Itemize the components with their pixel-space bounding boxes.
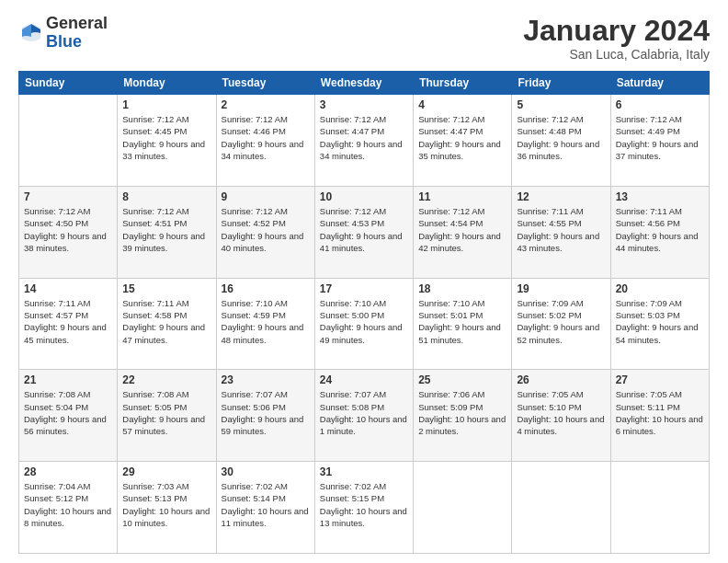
day-cell: 30Sunrise: 7:02 AM Sunset: 5:14 PM Dayli… [216, 462, 314, 554]
day-cell: 8Sunrise: 7:12 AM Sunset: 4:51 PM Daylig… [118, 186, 216, 278]
day-info: Sunrise: 7:03 AM Sunset: 5:13 PM Dayligh… [122, 480, 210, 529]
day-cell: 9Sunrise: 7:12 AM Sunset: 4:52 PM Daylig… [216, 186, 314, 278]
week-row-2: 7Sunrise: 7:12 AM Sunset: 4:50 PM Daylig… [19, 186, 710, 278]
day-info: Sunrise: 7:12 AM Sunset: 4:48 PM Dayligh… [517, 113, 605, 162]
day-cell: 27Sunrise: 7:05 AM Sunset: 5:11 PM Dayli… [610, 370, 709, 462]
day-cell [512, 462, 610, 554]
day-info: Sunrise: 7:12 AM Sunset: 4:45 PM Dayligh… [122, 113, 210, 162]
day-cell: 12Sunrise: 7:11 AM Sunset: 4:55 PM Dayli… [512, 186, 610, 278]
location: San Luca, Calabria, Italy [523, 47, 710, 62]
day-number: 14 [24, 282, 112, 295]
header: General Blue January 2024 San Luca, Cala… [18, 15, 710, 62]
day-number: 17 [320, 282, 408, 295]
day-number: 21 [24, 373, 112, 386]
day-cell: 29Sunrise: 7:03 AM Sunset: 5:13 PM Dayli… [118, 462, 216, 554]
day-cell: 22Sunrise: 7:08 AM Sunset: 5:05 PM Dayli… [118, 370, 216, 462]
day-number: 20 [616, 282, 704, 295]
day-info: Sunrise: 7:11 AM Sunset: 4:57 PM Dayligh… [24, 297, 112, 346]
day-cell: 15Sunrise: 7:11 AM Sunset: 4:58 PM Dayli… [118, 278, 216, 370]
day-info: Sunrise: 7:08 AM Sunset: 5:04 PM Dayligh… [24, 388, 112, 437]
col-tuesday: Tuesday [216, 72, 314, 95]
day-number: 22 [122, 373, 210, 386]
day-info: Sunrise: 7:11 AM Sunset: 4:55 PM Dayligh… [517, 205, 605, 254]
day-cell: 6Sunrise: 7:12 AM Sunset: 4:49 PM Daylig… [610, 95, 709, 187]
day-number: 31 [320, 465, 408, 478]
day-number: 12 [517, 190, 605, 203]
day-info: Sunrise: 7:02 AM Sunset: 5:14 PM Dayligh… [222, 480, 310, 529]
day-cell: 21Sunrise: 7:08 AM Sunset: 5:04 PM Dayli… [19, 370, 118, 462]
day-info: Sunrise: 7:08 AM Sunset: 5:05 PM Dayligh… [122, 388, 210, 437]
day-number: 10 [320, 190, 408, 203]
title-block: January 2024 San Luca, Calabria, Italy [523, 15, 710, 62]
day-number: 25 [418, 373, 506, 386]
day-info: Sunrise: 7:05 AM Sunset: 5:10 PM Dayligh… [517, 388, 605, 437]
day-number: 16 [222, 282, 310, 295]
day-info: Sunrise: 7:12 AM Sunset: 4:49 PM Dayligh… [616, 113, 704, 162]
day-cell: 18Sunrise: 7:10 AM Sunset: 5:01 PM Dayli… [414, 278, 512, 370]
day-number: 7 [24, 190, 112, 203]
week-row-4: 21Sunrise: 7:08 AM Sunset: 5:04 PM Dayli… [19, 370, 710, 462]
day-info: Sunrise: 7:09 AM Sunset: 5:03 PM Dayligh… [616, 297, 704, 346]
day-number: 11 [418, 190, 506, 203]
day-cell: 24Sunrise: 7:07 AM Sunset: 5:08 PM Dayli… [314, 370, 413, 462]
day-cell: 14Sunrise: 7:11 AM Sunset: 4:57 PM Dayli… [19, 278, 118, 370]
col-wednesday: Wednesday [314, 72, 413, 95]
day-info: Sunrise: 7:05 AM Sunset: 5:11 PM Dayligh… [616, 388, 704, 437]
page: General Blue January 2024 San Luca, Cala… [0, 0, 728, 563]
day-cell: 19Sunrise: 7:09 AM Sunset: 5:02 PM Dayli… [512, 278, 610, 370]
day-info: Sunrise: 7:09 AM Sunset: 5:02 PM Dayligh… [517, 297, 605, 346]
day-cell: 7Sunrise: 7:12 AM Sunset: 4:50 PM Daylig… [19, 186, 118, 278]
day-info: Sunrise: 7:12 AM Sunset: 4:54 PM Dayligh… [418, 205, 506, 254]
logo: General Blue [18, 15, 108, 52]
col-monday: Monday [118, 72, 216, 95]
day-cell: 20Sunrise: 7:09 AM Sunset: 5:03 PM Dayli… [610, 278, 709, 370]
month-title: January 2024 [523, 15, 710, 47]
header-row: Sunday Monday Tuesday Wednesday Thursday… [19, 72, 710, 95]
col-thursday: Thursday [414, 72, 512, 95]
day-number: 8 [122, 190, 210, 203]
logo-blue: Blue [46, 33, 108, 52]
col-saturday: Saturday [610, 72, 709, 95]
day-number: 9 [222, 190, 310, 203]
day-number: 13 [616, 190, 704, 203]
day-cell: 11Sunrise: 7:12 AM Sunset: 4:54 PM Dayli… [414, 186, 512, 278]
day-info: Sunrise: 7:07 AM Sunset: 5:08 PM Dayligh… [320, 388, 408, 437]
day-number: 15 [122, 282, 210, 295]
day-info: Sunrise: 7:12 AM Sunset: 4:46 PM Dayligh… [222, 113, 310, 162]
day-info: Sunrise: 7:10 AM Sunset: 4:59 PM Dayligh… [222, 297, 310, 346]
day-cell: 1Sunrise: 7:12 AM Sunset: 4:45 PM Daylig… [118, 95, 216, 187]
day-cell: 4Sunrise: 7:12 AM Sunset: 4:47 PM Daylig… [414, 95, 512, 187]
day-number: 19 [517, 282, 605, 295]
day-info: Sunrise: 7:12 AM Sunset: 4:47 PM Dayligh… [320, 113, 408, 162]
day-cell: 5Sunrise: 7:12 AM Sunset: 4:48 PM Daylig… [512, 95, 610, 187]
day-number: 26 [517, 373, 605, 386]
day-number: 6 [616, 98, 704, 111]
day-cell: 3Sunrise: 7:12 AM Sunset: 4:47 PM Daylig… [314, 95, 413, 187]
day-number: 24 [320, 373, 408, 386]
day-number: 23 [222, 373, 310, 386]
day-cell: 28Sunrise: 7:04 AM Sunset: 5:12 PM Dayli… [19, 462, 118, 554]
day-cell [610, 462, 709, 554]
logo-icon [18, 20, 44, 46]
day-cell: 23Sunrise: 7:07 AM Sunset: 5:06 PM Dayli… [216, 370, 314, 462]
day-info: Sunrise: 7:02 AM Sunset: 5:15 PM Dayligh… [320, 480, 408, 529]
day-info: Sunrise: 7:07 AM Sunset: 5:06 PM Dayligh… [222, 388, 310, 437]
week-row-3: 14Sunrise: 7:11 AM Sunset: 4:57 PM Dayli… [19, 278, 710, 370]
day-info: Sunrise: 7:12 AM Sunset: 4:52 PM Dayligh… [222, 205, 310, 254]
col-friday: Friday [512, 72, 610, 95]
logo-general: General [46, 15, 108, 33]
day-number: 4 [418, 98, 506, 111]
day-cell: 16Sunrise: 7:10 AM Sunset: 4:59 PM Dayli… [216, 278, 314, 370]
day-number: 3 [320, 98, 408, 111]
calendar-table: Sunday Monday Tuesday Wednesday Thursday… [18, 71, 710, 554]
day-cell: 17Sunrise: 7:10 AM Sunset: 5:00 PM Dayli… [314, 278, 413, 370]
day-number: 28 [24, 465, 112, 478]
day-info: Sunrise: 7:11 AM Sunset: 4:58 PM Dayligh… [122, 297, 210, 346]
logo-text: General Blue [46, 15, 108, 52]
day-info: Sunrise: 7:12 AM Sunset: 4:53 PM Dayligh… [320, 205, 408, 254]
day-cell [414, 462, 512, 554]
week-row-1: 1Sunrise: 7:12 AM Sunset: 4:45 PM Daylig… [19, 95, 710, 187]
day-info: Sunrise: 7:12 AM Sunset: 4:51 PM Dayligh… [122, 205, 210, 254]
week-row-5: 28Sunrise: 7:04 AM Sunset: 5:12 PM Dayli… [19, 462, 710, 554]
day-info: Sunrise: 7:10 AM Sunset: 5:00 PM Dayligh… [320, 297, 408, 346]
